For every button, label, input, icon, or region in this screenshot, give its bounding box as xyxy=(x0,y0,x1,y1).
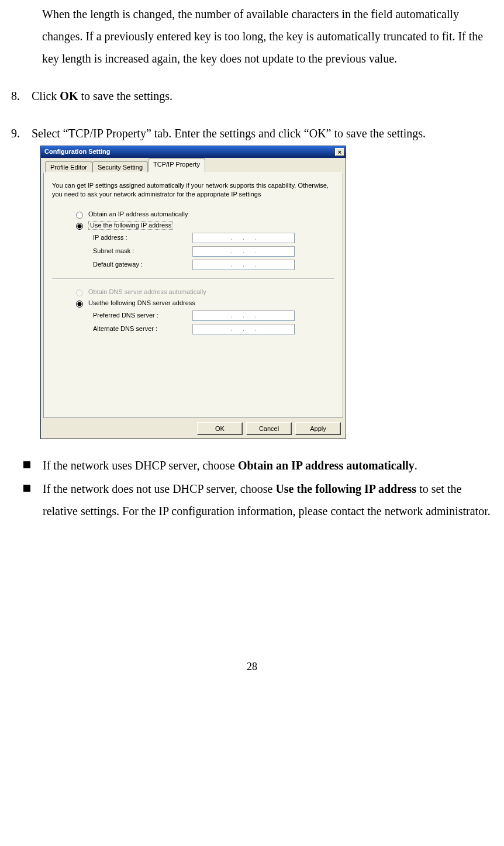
label-alt-dns: Alternate DNS server : xyxy=(93,325,192,333)
tab-security-setting[interactable]: Security Setting xyxy=(92,161,148,173)
label-subnet: Subnet mask : xyxy=(93,247,192,255)
apply-button[interactable]: Apply xyxy=(295,422,341,435)
input-ip-address[interactable]: ... xyxy=(192,233,295,243)
input-pref-dns[interactable]: ... xyxy=(192,310,295,321)
bullet1-a: If the network uses DHCP server, choose xyxy=(43,459,238,472)
radio-obtain-ip[interactable]: Obtain an IP address automatically xyxy=(73,210,334,219)
radio-use-following-ip-label: Use the following IP address xyxy=(88,221,173,230)
close-icon[interactable]: × xyxy=(335,148,344,156)
radio-use-following-dns-input[interactable] xyxy=(76,301,83,308)
input-subnet[interactable]: ... xyxy=(192,246,295,257)
radio-use-following-ip-input[interactable] xyxy=(76,223,83,230)
label-ip-address: IP address : xyxy=(93,234,192,241)
radio-obtain-dns: Obtain DNS server address automatically xyxy=(73,288,334,296)
step-8-text-c: to save the settings. xyxy=(78,89,172,102)
radio-obtain-ip-label: Obtain an IP address automatically xyxy=(88,210,188,218)
field-pref-dns: Preferred DNS server : ... xyxy=(93,310,334,321)
bullet-static: If the network does not use DHCP server,… xyxy=(22,478,491,522)
field-alt-dns: Alternate DNS server : ... xyxy=(93,324,334,334)
tab-strip: Profile Editor Security Setting TCP/IP P… xyxy=(43,160,343,173)
bullet1-c: . xyxy=(415,459,417,472)
intro-text: You can get IP settings assigned automat… xyxy=(52,181,334,199)
continuation-paragraph: When the length is changed, the number o… xyxy=(42,3,491,70)
config-dialog: Configuration Setting × Profile Editor S… xyxy=(40,146,346,439)
dialog-titlebar[interactable]: Configuration Setting × xyxy=(41,146,346,158)
radio-obtain-dns-input xyxy=(76,289,83,296)
radio-use-following-ip[interactable]: Use the following IP address xyxy=(73,221,334,230)
step-8-text-b: OK xyxy=(60,89,78,102)
field-gateway: Default gateway : ... xyxy=(93,260,334,270)
step-number: 9. xyxy=(11,122,20,144)
step-number: 8. xyxy=(11,85,20,107)
tab-profile-editor[interactable]: Profile Editor xyxy=(45,161,92,173)
divider xyxy=(52,278,334,279)
bullet2-b: Use the following IP address xyxy=(275,482,416,495)
field-subnet: Subnet mask : ... xyxy=(93,246,334,257)
step-9: 9. Select “TCP/IP Property” tab. Enter t… xyxy=(13,122,491,439)
cancel-button[interactable]: Cancel xyxy=(246,422,292,435)
radio-use-following-dns-label: Usethe following DNS server address xyxy=(88,299,195,307)
page-number: 28 xyxy=(13,657,491,676)
label-pref-dns: Preferred DNS server : xyxy=(93,312,192,319)
radio-obtain-dns-label: Obtain DNS server address automatically xyxy=(88,288,206,296)
bullet-dhcp: If the network uses DHCP server, choose … xyxy=(22,454,491,476)
input-alt-dns[interactable]: ... xyxy=(192,324,295,334)
tab-panel: You can get IP settings assigned automat… xyxy=(43,172,343,418)
input-gateway[interactable]: ... xyxy=(192,260,295,270)
tab-tcpip-property[interactable]: TCP/IP Property xyxy=(148,158,205,172)
dialog-title: Configuration Setting xyxy=(44,148,110,156)
step-9-text: Select “TCP/IP Property” tab. Enter the … xyxy=(32,127,426,140)
field-ip-address: IP address : ... xyxy=(93,233,334,243)
radio-use-following-dns[interactable]: Usethe following DNS server address xyxy=(73,299,334,308)
bullet1-b: Obtain an IP address automatically xyxy=(238,459,415,472)
step-8: 8. Click OK to save the settings. xyxy=(13,85,491,107)
label-gateway: Default gateway : xyxy=(93,261,192,268)
radio-obtain-ip-input[interactable] xyxy=(76,212,83,219)
bullet2-a: If the network does not use DHCP server,… xyxy=(43,482,275,495)
ok-button[interactable]: OK xyxy=(197,422,243,435)
step-8-text-a: Click xyxy=(32,89,60,102)
